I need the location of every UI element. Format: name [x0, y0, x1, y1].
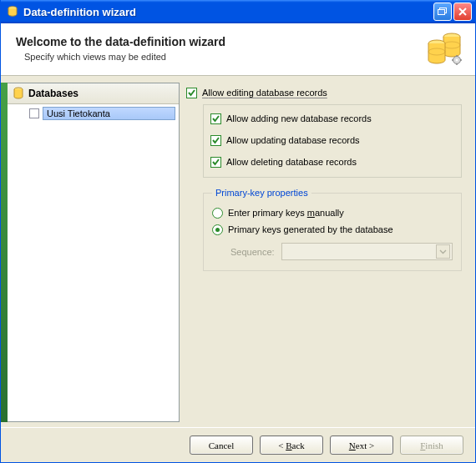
sequence-label: Sequence: [230, 247, 275, 257]
databases-panel: Databases Uusi Tietokanta [8, 83, 180, 422]
sequence-row: Sequence: [230, 243, 453, 260]
pk-generated-row[interactable]: Primary keys generated by the database [212, 221, 453, 238]
edit-sub-options: Allow adding new database records Allow … [203, 104, 462, 178]
allow-delete-row[interactable]: Allow deleting database records [210, 153, 454, 170]
page-title: Welcome to the data-definition wizard [16, 35, 425, 48]
pk-manual-row[interactable]: Enter primary keys manually [212, 204, 453, 221]
tree-item-checkbox[interactable] [29, 108, 39, 118]
svg-point-8 [456, 59, 458, 62]
allow-edit-label: Allow editing database records [202, 88, 327, 98]
wizard-body: Databases Uusi Tietokanta Allow editing … [1, 76, 475, 427]
allow-edit-row[interactable]: Allow editing database records [186, 84, 465, 101]
back-button[interactable]: < Back [260, 435, 323, 455]
titlebar: Data-definition wizard [1, 0, 475, 23]
page-subtitle: Specify which views may be edited [24, 52, 425, 62]
allow-add-label: Allow adding new database records [226, 113, 372, 123]
wizard-footer: Cancel < Back Next > Finish [1, 427, 475, 462]
allow-update-label: Allow updating database records [226, 135, 360, 145]
tree-item-label[interactable]: Uusi Tietokanta [43, 107, 175, 120]
pk-generated-label: Primary keys generated by the database [228, 224, 393, 234]
databases-header-label: Databases [28, 88, 78, 99]
sidebar: Databases Uusi Tietokanta [1, 83, 180, 422]
tree-item[interactable]: Uusi Tietokanta [11, 106, 175, 121]
restore-button[interactable] [433, 3, 452, 21]
options-panel: Allow editing database records Allow add… [185, 83, 468, 422]
allow-delete-checkbox[interactable] [210, 157, 221, 168]
allow-update-checkbox[interactable] [210, 135, 221, 146]
allow-edit-checkbox[interactable] [186, 88, 197, 98]
primary-key-legend: Primary-key properties [212, 188, 311, 198]
next-button[interactable]: Next > [330, 435, 393, 455]
svg-rect-2 [438, 10, 445, 15]
window-title: Data-definition wizard [23, 6, 432, 18]
sidebar-stripe [1, 83, 8, 422]
databases-header: Databases [8, 83, 179, 104]
databases-tree[interactable]: Uusi Tietokanta [8, 104, 179, 421]
wizard-header: Welcome to the data-definition wizard Sp… [1, 23, 475, 76]
allow-update-row[interactable]: Allow updating database records [210, 132, 454, 148]
allow-add-checkbox[interactable] [210, 113, 221, 124]
pk-manual-label: Enter primary keys manually [228, 208, 344, 218]
database-hero-icon [425, 32, 463, 65]
allow-delete-label: Allow deleting database records [226, 157, 357, 167]
cancel-button[interactable]: Cancel [190, 435, 253, 455]
chevron-down-icon [436, 244, 450, 259]
pk-manual-radio[interactable] [212, 208, 223, 219]
app-icon [6, 5, 19, 18]
sequence-combo [281, 243, 453, 260]
allow-add-row[interactable]: Allow adding new database records [210, 110, 454, 127]
primary-key-group: Primary-key properties Enter primary key… [203, 188, 462, 271]
close-button[interactable] [453, 3, 472, 21]
database-icon [13, 87, 24, 100]
finish-button: Finish [400, 435, 463, 455]
pk-generated-radio[interactable] [212, 224, 223, 235]
